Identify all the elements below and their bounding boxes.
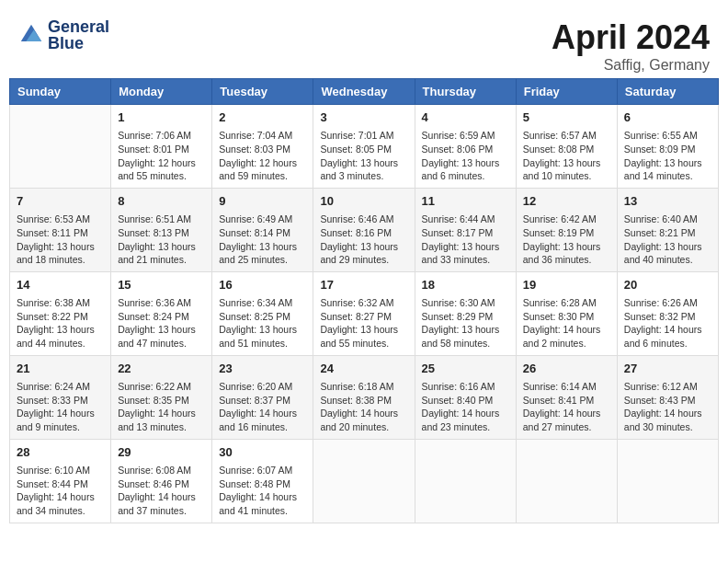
calendar-cell: 29Sunrise: 6:08 AMSunset: 8:46 PMDayligh… [111, 439, 212, 523]
logo-line2: Blue [48, 35, 109, 52]
day-number: 9 [219, 193, 306, 210]
calendar-cell: 5Sunrise: 6:57 AMSunset: 8:08 PMDaylight… [516, 105, 617, 189]
day-number: 11 [422, 193, 509, 210]
day-number: 5 [523, 109, 610, 126]
day-number: 21 [17, 361, 104, 377]
day-number: 17 [320, 277, 407, 293]
calendar-cell: 25Sunrise: 6:16 AMSunset: 8:40 PMDayligh… [415, 355, 516, 439]
day-number: 20 [624, 277, 711, 293]
day-number: 4 [422, 109, 509, 126]
calendar-cell [10, 105, 111, 189]
day-info: Sunrise: 6:49 AMSunset: 8:14 PMDaylight:… [219, 213, 306, 267]
day-info: Sunrise: 6:46 AMSunset: 8:16 PMDaylight:… [320, 213, 407, 267]
day-number: 19 [523, 277, 610, 293]
day-info: Sunrise: 6:30 AMSunset: 8:29 PMDaylight:… [422, 296, 509, 350]
calendar-cell [415, 439, 516, 523]
calendar-cell: 14Sunrise: 6:38 AMSunset: 8:22 PMDayligh… [10, 271, 111, 355]
calendar-cell: 26Sunrise: 6:14 AMSunset: 8:41 PMDayligh… [516, 355, 617, 439]
calendar-cell: 28Sunrise: 6:10 AMSunset: 8:44 PMDayligh… [10, 439, 111, 523]
day-info: Sunrise: 6:20 AMSunset: 8:37 PMDaylight:… [219, 380, 306, 434]
day-info: Sunrise: 6:53 AMSunset: 8:11 PMDaylight:… [17, 213, 104, 267]
day-number: 24 [320, 361, 407, 377]
calendar-table: SundayMondayTuesdayWednesdayThursdayFrid… [9, 78, 719, 523]
day-number: 25 [422, 361, 509, 377]
day-info: Sunrise: 6:32 AMSunset: 8:27 PMDaylight:… [320, 296, 407, 350]
weekday-header: Thursday [415, 79, 516, 105]
calendar-cell: 7Sunrise: 6:53 AMSunset: 8:11 PMDaylight… [10, 188, 111, 271]
day-number: 15 [118, 277, 205, 293]
calendar-cell: 20Sunrise: 6:26 AMSunset: 8:32 PMDayligh… [617, 271, 718, 355]
calendar-cell: 1Sunrise: 7:06 AMSunset: 8:01 PMDaylight… [111, 105, 212, 189]
weekday-header: Saturday [617, 79, 718, 105]
month-year: April 2024 [552, 18, 710, 57]
calendar-cell: 6Sunrise: 6:55 AMSunset: 8:09 PMDaylight… [617, 105, 718, 189]
month-title: April 2024 Saffig, Germany [552, 18, 710, 74]
day-info: Sunrise: 6:40 AMSunset: 8:21 PMDaylight:… [624, 213, 711, 267]
day-info: Sunrise: 6:38 AMSunset: 8:22 PMDaylight:… [17, 296, 104, 350]
calendar-cell: 24Sunrise: 6:18 AMSunset: 8:38 PMDayligh… [313, 355, 415, 439]
calendar-week-row: 7Sunrise: 6:53 AMSunset: 8:11 PMDaylight… [10, 188, 719, 271]
calendar-week-row: 28Sunrise: 6:10 AMSunset: 8:44 PMDayligh… [10, 439, 719, 523]
day-number: 22 [118, 361, 205, 377]
day-number: 27 [624, 361, 711, 377]
day-number: 28 [17, 444, 104, 461]
logo-line1: General [48, 18, 109, 35]
weekday-header: Monday [111, 79, 212, 105]
day-number: 13 [624, 193, 711, 210]
calendar-cell: 3Sunrise: 7:01 AMSunset: 8:05 PMDaylight… [313, 105, 415, 189]
day-number: 10 [320, 193, 407, 210]
day-info: Sunrise: 6:55 AMSunset: 8:09 PMDaylight:… [624, 129, 711, 183]
calendar-cell: 30Sunrise: 6:07 AMSunset: 8:48 PMDayligh… [212, 439, 313, 523]
weekday-header-row: SundayMondayTuesdayWednesdayThursdayFrid… [10, 79, 719, 105]
calendar-cell: 23Sunrise: 6:20 AMSunset: 8:37 PMDayligh… [212, 355, 313, 439]
day-number: 18 [422, 277, 509, 293]
weekday-header: Tuesday [212, 79, 313, 105]
calendar-cell [617, 439, 718, 523]
calendar-week-row: 1Sunrise: 7:06 AMSunset: 8:01 PMDaylight… [10, 105, 719, 189]
calendar-cell [313, 439, 415, 523]
calendar-cell: 16Sunrise: 6:34 AMSunset: 8:25 PMDayligh… [212, 271, 313, 355]
day-number: 3 [320, 109, 407, 126]
day-info: Sunrise: 6:57 AMSunset: 8:08 PMDaylight:… [523, 129, 610, 183]
logo-icon [18, 22, 44, 48]
calendar-cell: 4Sunrise: 6:59 AMSunset: 8:06 PMDaylight… [415, 105, 516, 189]
calendar-cell: 13Sunrise: 6:40 AMSunset: 8:21 PMDayligh… [617, 188, 718, 271]
day-info: Sunrise: 6:51 AMSunset: 8:13 PMDaylight:… [118, 213, 205, 267]
weekday-header: Friday [516, 79, 617, 105]
day-number: 26 [523, 361, 610, 377]
day-number: 6 [624, 109, 711, 126]
day-info: Sunrise: 6:42 AMSunset: 8:19 PMDaylight:… [523, 213, 610, 267]
day-number: 8 [118, 193, 205, 210]
calendar-cell: 27Sunrise: 6:12 AMSunset: 8:43 PMDayligh… [617, 355, 718, 439]
logo-text: General Blue [48, 18, 109, 52]
day-number: 23 [219, 361, 306, 377]
calendar-cell: 18Sunrise: 6:30 AMSunset: 8:29 PMDayligh… [415, 271, 516, 355]
day-info: Sunrise: 6:14 AMSunset: 8:41 PMDaylight:… [523, 380, 610, 434]
calendar-cell: 17Sunrise: 6:32 AMSunset: 8:27 PMDayligh… [313, 271, 415, 355]
logo: General Blue [18, 18, 109, 52]
day-info: Sunrise: 6:28 AMSunset: 8:30 PMDaylight:… [523, 296, 610, 350]
day-info: Sunrise: 6:34 AMSunset: 8:25 PMDaylight:… [219, 296, 306, 350]
day-info: Sunrise: 6:44 AMSunset: 8:17 PMDaylight:… [422, 213, 509, 267]
calendar-cell [516, 439, 617, 523]
calendar-cell: 21Sunrise: 6:24 AMSunset: 8:33 PMDayligh… [10, 355, 111, 439]
day-info: Sunrise: 7:06 AMSunset: 8:01 PMDaylight:… [118, 129, 205, 183]
day-info: Sunrise: 7:04 AMSunset: 8:03 PMDaylight:… [219, 129, 306, 183]
day-info: Sunrise: 6:16 AMSunset: 8:40 PMDaylight:… [422, 380, 509, 434]
day-number: 16 [219, 277, 306, 293]
day-info: Sunrise: 6:26 AMSunset: 8:32 PMDaylight:… [624, 296, 711, 350]
day-info: Sunrise: 6:24 AMSunset: 8:33 PMDaylight:… [17, 380, 104, 434]
day-number: 7 [17, 193, 104, 210]
calendar-cell: 8Sunrise: 6:51 AMSunset: 8:13 PMDaylight… [111, 188, 212, 271]
day-info: Sunrise: 6:36 AMSunset: 8:24 PMDaylight:… [118, 296, 205, 350]
day-info: Sunrise: 6:12 AMSunset: 8:43 PMDaylight:… [624, 380, 711, 434]
calendar-cell: 22Sunrise: 6:22 AMSunset: 8:35 PMDayligh… [111, 355, 212, 439]
day-number: 2 [219, 109, 306, 126]
calendar-week-row: 14Sunrise: 6:38 AMSunset: 8:22 PMDayligh… [10, 271, 719, 355]
weekday-header: Sunday [10, 79, 111, 105]
calendar-cell: 10Sunrise: 6:46 AMSunset: 8:16 PMDayligh… [313, 188, 415, 271]
calendar-cell: 11Sunrise: 6:44 AMSunset: 8:17 PMDayligh… [415, 188, 516, 271]
calendar-cell: 12Sunrise: 6:42 AMSunset: 8:19 PMDayligh… [516, 188, 617, 271]
day-info: Sunrise: 6:10 AMSunset: 8:44 PMDaylight:… [17, 464, 104, 518]
day-info: Sunrise: 6:22 AMSunset: 8:35 PMDaylight:… [118, 380, 205, 434]
